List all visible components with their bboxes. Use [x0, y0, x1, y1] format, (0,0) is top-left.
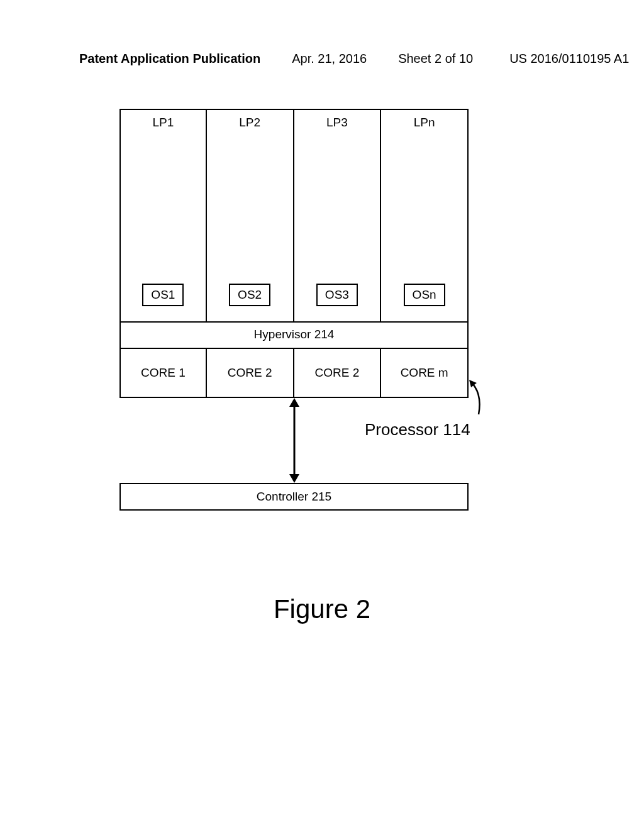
- svg-marker-2: [289, 474, 299, 483]
- figure-caption: Figure 2: [0, 594, 644, 624]
- core-cell-m: CORE m: [381, 349, 469, 398]
- controller-box: Controller 215: [119, 483, 469, 511]
- lp-label-1: LP1: [121, 116, 206, 130]
- page-header: Patent Application Publication Apr. 21, …: [0, 52, 644, 66]
- os-box-3: OS3: [316, 284, 358, 306]
- hypervisor-box: Hypervisor 214: [119, 323, 469, 349]
- os-box-n: OSn: [404, 284, 445, 306]
- core-cell-3: CORE 2: [294, 349, 382, 398]
- processor-lead-line-icon: [469, 380, 488, 418]
- lp-cell-2: LP2 OS2: [207, 109, 294, 323]
- svg-marker-1: [289, 398, 299, 407]
- svg-marker-3: [469, 380, 477, 387]
- core-cell-2: CORE 2: [207, 349, 294, 398]
- lp-cell-1: LP1 OS1: [119, 109, 207, 323]
- core-cell-1: CORE 1: [119, 349, 207, 398]
- architecture-diagram: LP1 OS1 LP2 OS2 LP3 OS3 LPn OSn Hypervis…: [119, 109, 469, 398]
- os-box-2: OS2: [229, 284, 270, 306]
- lp-cell-n: LPn OSn: [381, 109, 469, 323]
- core-row: CORE 1 CORE 2 CORE 2 CORE m: [119, 349, 469, 398]
- os-box-1: OS1: [142, 284, 184, 306]
- lp-label-n: LPn: [381, 116, 467, 130]
- publication-date: Apr. 21, 2016: [292, 52, 367, 66]
- publication-number: US 2016/0110195 A1: [509, 52, 629, 66]
- processor-label: Processor 114: [365, 420, 470, 440]
- lp-label-3: LP3: [294, 116, 380, 130]
- sheet-number: Sheet 2 of 10: [398, 52, 473, 66]
- lp-label-2: LP2: [207, 116, 293, 130]
- logical-partition-row: LP1 OS1 LP2 OS2 LP3 OS3 LPn OSn: [119, 109, 469, 323]
- publication-type: Patent Application Publication: [79, 52, 260, 66]
- bidirectional-arrow-icon: [286, 398, 303, 483]
- lp-cell-3: LP3 OS3: [294, 109, 382, 323]
